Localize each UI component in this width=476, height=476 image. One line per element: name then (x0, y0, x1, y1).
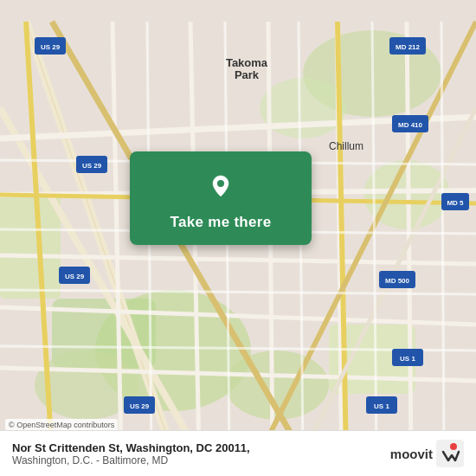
svg-text:US 29: US 29 (65, 273, 85, 280)
address-line1: Nor St Crittenden St, Washington, DC 200… (12, 441, 250, 454)
svg-text:US 29: US 29 (41, 43, 61, 51)
svg-point-64 (450, 443, 457, 450)
take-me-there-card[interactable]: Take me there (130, 151, 312, 245)
map-container: US 29 US 29 US 29 US 29 MD 212 MD 410 MD… (0, 0, 476, 476)
svg-text:US 1: US 1 (400, 355, 415, 363)
svg-rect-63 (436, 440, 464, 467)
svg-text:US 29: US 29 (82, 162, 102, 170)
svg-point-62 (217, 180, 224, 187)
svg-text:US 29: US 29 (130, 402, 150, 410)
svg-text:US 1: US 1 (374, 402, 389, 410)
address-block: Nor St Crittenden St, Washington, DC 200… (12, 441, 250, 466)
svg-text:MD 500: MD 500 (385, 277, 410, 285)
bottom-bar: Nor St Crittenden St, Washington, DC 200… (0, 430, 476, 476)
svg-text:MD 5: MD 5 (447, 199, 464, 207)
svg-text:MD 212: MD 212 (396, 43, 421, 51)
svg-text:MD 410: MD 410 (398, 121, 423, 129)
moovit-icon (436, 440, 464, 467)
moovit-logo: moovit (390, 440, 464, 467)
moovit-logo-text: moovit (390, 447, 433, 461)
take-me-there-label: Take me there (170, 214, 272, 231)
svg-point-7 (260, 78, 346, 138)
osm-attribution: © OpenStreetMap contributors (5, 419, 118, 431)
location-pin-icon (202, 167, 240, 205)
svg-text:Takoma: Takoma (226, 56, 268, 69)
svg-text:Park: Park (235, 68, 260, 81)
svg-text:Chillum: Chillum (329, 140, 363, 152)
address-line2: Washington, D.C. - Baltimore, MD (12, 454, 250, 466)
svg-rect-9 (0, 195, 61, 299)
